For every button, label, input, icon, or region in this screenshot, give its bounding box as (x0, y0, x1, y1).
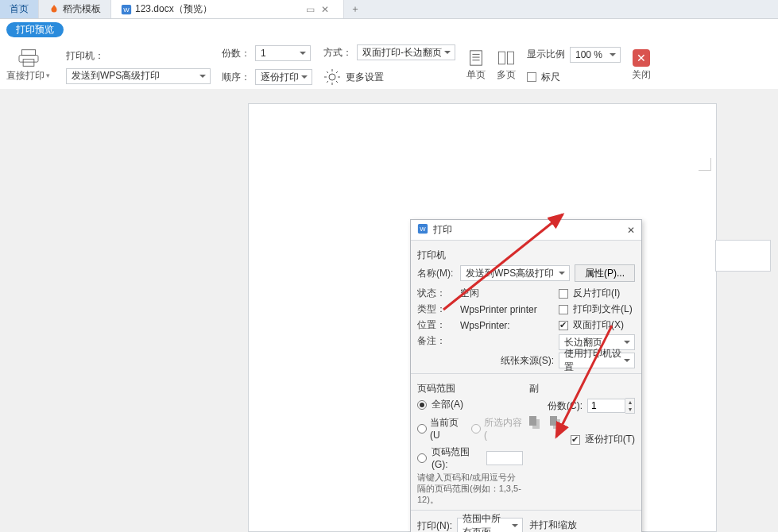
where-label: 位置： (417, 318, 455, 332)
group-printer-title: 打印机 (417, 249, 635, 262)
type-value: WpsPrinter printer (460, 304, 537, 315)
print-dialog: W 打印 ✕ 打印机 名称(M): 发送到WPS高级打印 属性(P)... 状态… (410, 219, 642, 532)
close-label: 关闭 (632, 68, 651, 82)
paper-source-select[interactable]: 使用打印机设置 (559, 353, 635, 368)
tab-home-label: 首页 (10, 2, 29, 16)
checkbox-icon (559, 305, 568, 314)
svg-rect-3 (19, 55, 38, 62)
dialog-title: 打印 (433, 223, 452, 237)
range-current-radio[interactable]: 当前页(U (417, 416, 466, 441)
group-copies-title: 副 (529, 382, 635, 395)
dialog-titlebar[interactable]: W 打印 ✕ (411, 220, 641, 241)
single-page-icon (467, 49, 485, 67)
multi-page-icon (497, 49, 515, 67)
range-pages-radio[interactable]: 页码范围(G): (417, 445, 523, 470)
svg-text:W: W (420, 226, 426, 233)
status-label: 状态： (417, 287, 455, 300)
zoom-select[interactable]: 100 % (570, 47, 621, 63)
range-hint: 请键入页码和/或用逗号分隔的页码范围(例如：1,3,5-12)。 (417, 472, 523, 505)
tab-bar: 首页 稻壳模板 W 123.docx（预览） ▭ ✕ ＋ (0, 0, 778, 19)
copies-count-field[interactable] (587, 399, 625, 413)
range-selection-radio: 所选内容( (471, 416, 523, 441)
svg-rect-10 (499, 52, 505, 64)
direct-print-label: 直接打印 (6, 69, 45, 83)
mode-select[interactable]: 双面打印-长边翻页 (357, 44, 455, 60)
checkbox-icon (559, 289, 568, 299)
preview-canvas[interactable]: W 打印 ✕ 打印机 名称(M): 发送到WPS高级打印 属性(P)... 状态… (0, 89, 778, 532)
type-label: 类型： (417, 303, 455, 316)
duplex-print-checkbox[interactable]: 双面打印(X) (559, 318, 635, 332)
tab-template[interactable]: 稻壳模板 (39, 0, 111, 18)
printer-value: 发送到WPS高级打印 (72, 69, 160, 83)
single-page-button[interactable]: 单页 (466, 49, 486, 82)
checkbox-icon (527, 72, 536, 82)
printer-name-value: 发送到WPS高级打印 (466, 267, 554, 280)
multi-page-button[interactable]: 多页 (497, 49, 516, 82)
printer-name-select[interactable]: 发送到WPS高级打印 (460, 265, 570, 281)
tab-document[interactable]: W 123.docx（预览） ▭ ✕ (111, 0, 344, 18)
more-settings-button[interactable]: 更多设置 (323, 68, 455, 86)
printer-select[interactable]: 发送到WPS高级打印 (66, 68, 211, 84)
preview-badge: 打印预览 (6, 22, 64, 37)
single-page-label: 单页 (466, 68, 486, 82)
preview-page (715, 240, 771, 272)
svg-rect-4 (23, 59, 34, 66)
spin-up-icon[interactable]: ▴ (625, 399, 634, 406)
gear-icon (323, 68, 341, 86)
direct-print-button[interactable]: 直接打印 ▾ (6, 48, 50, 83)
radio-icon (417, 424, 427, 434)
reverse-print-checkbox[interactable]: 反片打印(I) (559, 287, 635, 300)
printer-label: 打印机： (66, 49, 104, 63)
page-range-input[interactable] (486, 451, 523, 465)
note-label: 备注： (417, 334, 455, 348)
mode-label: 方式： (323, 46, 352, 60)
order-label: 顺序： (222, 71, 250, 84)
tab-home[interactable]: 首页 (0, 0, 39, 18)
order-value: 逐份打印 (261, 71, 299, 84)
word-doc-icon: W (121, 4, 132, 15)
copies-count-input[interactable]: ▴▾ (587, 398, 635, 414)
printer-properties-button[interactable]: 属性(P)... (575, 264, 635, 282)
svg-rect-11 (508, 52, 514, 64)
flame-icon (48, 4, 60, 15)
range-all-radio[interactable]: 全部(A) (417, 398, 523, 411)
copies-value: 1 (261, 48, 266, 59)
copies-label: 份数： (222, 47, 250, 60)
print-preview-toolbar: 打印预览 直接打印 ▾ 打印机： 发送到WPS高级打印 份数： 1 (0, 19, 778, 94)
multi-page-label: 多页 (497, 68, 516, 82)
printn-select[interactable]: 范围中所有页面 (457, 518, 523, 532)
name-label: 名称(M): (417, 267, 455, 280)
chevron-down-icon: ▾ (46, 71, 50, 79)
group-merge-title: 并打和缩放 (529, 519, 635, 532)
print-to-file-checkbox[interactable]: 打印到文件(L) (559, 303, 635, 316)
mode-value: 双面打印-长边翻页 (362, 46, 442, 60)
group-range-title: 页码范围 (417, 382, 523, 395)
checkbox-icon (559, 321, 568, 330)
radio-icon (417, 400, 427, 410)
word-doc-icon: W (417, 223, 428, 237)
zoom-label: 显示比例 (527, 48, 565, 61)
svg-rect-6 (470, 50, 482, 64)
copies-count-label: 份数(C): (548, 399, 583, 413)
close-preview-button[interactable]: ✕ 关闭 (632, 49, 651, 82)
status-value: 空闲 (460, 287, 479, 300)
tab-close-icon[interactable]: ✕ (321, 4, 329, 15)
close-icon: ✕ (633, 49, 650, 67)
printer-icon (17, 48, 40, 67)
new-tab-button[interactable]: ＋ (344, 0, 366, 18)
tab-pop-icon[interactable]: ▭ (306, 4, 315, 15)
radio-icon (471, 424, 481, 434)
radio-icon (417, 453, 427, 463)
collate-checkbox[interactable]: 逐份打印(T) (529, 433, 635, 446)
ruler-checkbox[interactable]: 标尺 (527, 71, 621, 84)
order-select[interactable]: 逐份打印 (255, 69, 312, 85)
copies-select[interactable]: 1 (255, 45, 311, 61)
paper-source-label: 纸张来源(S): (501, 354, 554, 368)
spin-down-icon[interactable]: ▾ (625, 406, 634, 413)
svg-point-5 (329, 74, 335, 80)
collate-illustration-icon (529, 416, 545, 430)
tab-document-label: 123.docx（预览） (135, 2, 212, 16)
dialog-close-button[interactable]: ✕ (627, 225, 635, 236)
checkbox-icon (571, 435, 580, 445)
printn-label: 打印(N): (417, 519, 452, 532)
